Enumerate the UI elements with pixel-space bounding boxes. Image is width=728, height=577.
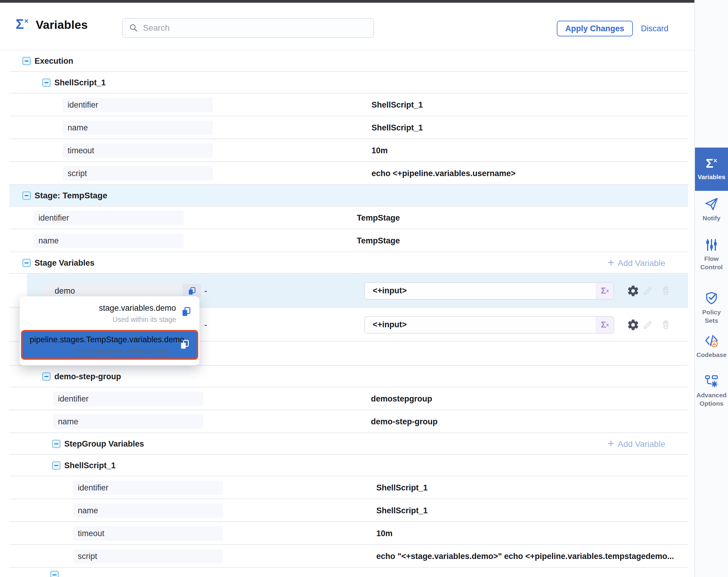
sidebar-item-notify[interactable]: Notify [695, 197, 728, 222]
collapse-toggle-icon[interactable] [42, 373, 50, 381]
field-value: demostepgroup [371, 394, 432, 404]
search-placeholder: Search [143, 23, 170, 33]
field-value: echo <+pipeline.variables.username> [371, 169, 516, 178]
collapse-toggle-icon[interactable] [23, 192, 31, 200]
variable-value-input[interactable]: <+input>Σx [364, 282, 614, 300]
sidebar-item-flow-control[interactable]: FlowControl [695, 238, 728, 271]
field-label-pill: identifier [73, 480, 223, 495]
sidebar-item-policy-sets[interactable]: PolicySets [695, 291, 728, 325]
field-value: ShellScript_1 [376, 483, 428, 493]
sidebar-item-label: FlowControl [700, 254, 723, 271]
search-input[interactable]: Search [122, 18, 374, 38]
field-label: identifier [58, 394, 88, 404]
variables-sigma-icon: Σ× [706, 157, 717, 170]
delete-trash-icon[interactable] [660, 319, 672, 331]
sidebar-item-variables[interactable]: Σ×Variables [695, 148, 728, 191]
field-label: script [78, 552, 97, 561]
sidebar-item-label: AdvancedOptions [697, 391, 727, 408]
stage-row-highlight [9, 185, 688, 206]
field-label: script [68, 169, 87, 178]
field-value: ShellScript_1 [371, 123, 423, 132]
runtime-input-sigma-button[interactable]: Σx [596, 283, 614, 299]
plus-icon: + [608, 256, 614, 269]
add-variable-button[interactable]: +Add Variable [608, 438, 665, 450]
field-label: name [78, 506, 98, 516]
field-value: 10m [376, 529, 392, 538]
group-label: Stage Variables [34, 258, 95, 268]
collapse-toggle-icon[interactable] [50, 571, 58, 577]
notify-icon [704, 197, 719, 211]
variable-value: <+input> [365, 320, 596, 329]
runtime-input-sigma-button[interactable]: Σx [596, 317, 614, 333]
collapse-toggle-icon[interactable] [42, 79, 50, 87]
field-row: scriptecho "<+stage.variables.demo>" ech… [0, 545, 694, 568]
tree-group-row: ShellScript_1 [0, 455, 694, 476]
apply-changes-button[interactable]: Apply Changes [557, 21, 633, 36]
settings-gear-icon[interactable] [627, 284, 640, 297]
variable-reference-description: Used within its stage [99, 316, 176, 324]
group-label: Stage: TempStage [34, 191, 107, 200]
field-row: nameTempStage [0, 229, 694, 252]
tree-group-row: demo-step-group [0, 366, 694, 387]
edit-pencil-icon[interactable] [642, 319, 654, 331]
add-variable-label: Add Variable [618, 258, 665, 268]
field-label-pill: identifier [63, 98, 213, 112]
row [0, 568, 694, 577]
field-label-pill: name [34, 233, 184, 248]
sidebar-item-codebase[interactable]: Codebase [695, 333, 728, 359]
field-row: identifierShellScript_1 [0, 476, 694, 499]
field-row: nameShellScript_1 [0, 499, 694, 522]
variable-value-input[interactable]: <+input>Σx [364, 316, 614, 333]
add-variable-label: Add Variable [618, 439, 665, 449]
field-label: identifier [38, 214, 69, 223]
sidebar-item-label: Variables [698, 173, 725, 181]
popup-item-pipeline-scope-selected[interactable]: pipeline.stages.TempStage.variables.demo… [21, 330, 198, 360]
field-label: name [68, 123, 88, 132]
field-value: echo "<+stage.variables.demo>" echo <+pi… [376, 552, 674, 561]
group-label: ShellScript_1 [64, 461, 115, 470]
codebase-icon [704, 333, 719, 348]
group-label: StepGroup Variables [64, 440, 144, 449]
copy-icon[interactable] [180, 306, 192, 319]
variable-reference-label: pipeline.stages.TempStage.variables.demo [30, 335, 184, 344]
sidebar-item-advanced-options[interactable]: AdvancedOptions [695, 373, 728, 408]
field-label: identifier [78, 483, 108, 493]
tree-group-row: Execution [0, 50, 694, 72]
collapse-toggle-icon[interactable] [52, 440, 60, 448]
copy-icon[interactable] [179, 339, 191, 352]
settings-gear-icon[interactable] [627, 319, 640, 331]
field-row: identifierShellScript_1 [0, 94, 694, 116]
field-label: identifier [68, 100, 98, 110]
variable-reference-label: stage.variables.demo [99, 303, 176, 313]
sidebar-item-label: Codebase [697, 351, 727, 359]
variables-sigma-icon: Σ× [16, 17, 28, 31]
add-variable-button[interactable]: +Add Variable [608, 257, 665, 269]
tree-group-row: StepGroup Variables+Add Variable [0, 433, 694, 455]
field-label-pill: identifier [34, 211, 184, 225]
delete-trash-icon[interactable] [660, 285, 672, 297]
field-value: demo-step-group [371, 417, 438, 426]
collapse-toggle-icon[interactable] [23, 259, 31, 267]
tree-group-row: Stage: TempStage [0, 185, 694, 206]
field-row: identifierTempStage [0, 206, 694, 229]
field-label-pill: timeout [73, 526, 223, 541]
collapse-toggle-icon[interactable] [52, 461, 60, 470]
group-label: ShellScript_1 [54, 78, 106, 87]
field-label: name [58, 417, 78, 426]
search-icon [129, 23, 138, 33]
required-dash: - [204, 286, 207, 296]
group-label: demo-step-group [54, 372, 121, 381]
field-row: scriptecho <+pipeline.variables.username… [0, 162, 694, 185]
required-dash: - [204, 320, 207, 330]
variable-reference-description: Used anywhere within pipeline [76, 348, 169, 356]
page-title: Variables [36, 18, 88, 31]
field-value: ShellScript_1 [371, 100, 423, 110]
discard-button[interactable]: Discard [641, 21, 669, 36]
edit-pencil-icon[interactable] [642, 285, 654, 297]
sidebar-item-label: PolicySets [702, 308, 721, 325]
field-row: timeout10m [0, 522, 694, 545]
field-row: nameShellScript_1 [0, 116, 694, 139]
field-label-pill: script [73, 549, 223, 563]
field-row: identifierdemostepgroup [0, 387, 694, 410]
collapse-toggle-icon[interactable] [23, 57, 31, 65]
